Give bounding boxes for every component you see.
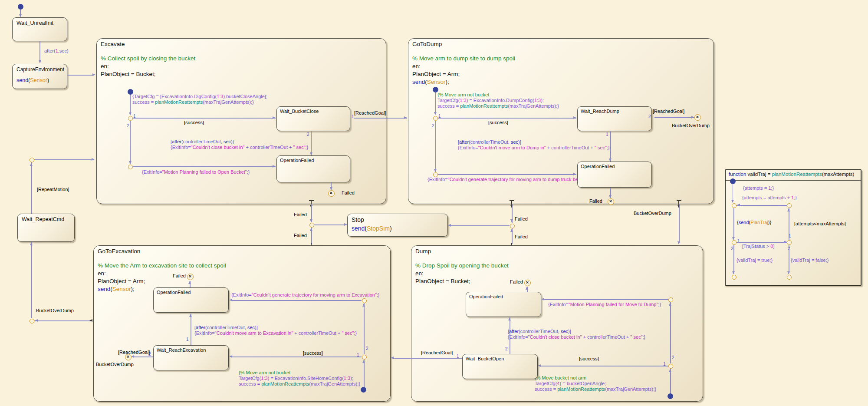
transition-label-excavate-planfail[interactable]: {ExitInfo="Motion Planning failed to Ope…: [142, 169, 250, 175]
transition-label-gte-init-2[interactable]: TargetCfg(1:3) = ExcavationInfo.SiteHome…: [239, 376, 353, 381]
junction-stop-right[interactable]: [510, 224, 515, 228]
transition-gte-j1-j2[interactable]: [364, 303, 365, 354]
transition-label-validtrue[interactable]: {validTraj = true;}: [736, 257, 773, 263]
transition-fn-validfalse[interactable]: [789, 245, 789, 272]
state-dump-operationfailed[interactable]: OperationFailed: [466, 292, 541, 317]
transition-label-gtd-init-1[interactable]: {% Move arm not bucket: [437, 92, 489, 98]
state-wait-unrealinit[interactable]: Wait_UnrealInit: [12, 17, 67, 41]
transition-success-waitbucketclose[interactable]: [133, 118, 276, 119]
initial-dot-dump[interactable]: [667, 393, 673, 399]
exit-port-failed-excavate[interactable]: ×: [328, 190, 335, 197]
transition-label-attemptslt[interactable]: [attempts<maxAttempts]: [794, 221, 846, 227]
transition-waitrepeat-junction[interactable]: [31, 162, 32, 214]
state-excavate-operationfailed[interactable]: OperationFailed: [276, 155, 350, 182]
junction-stop-left[interactable]: [309, 223, 314, 228]
transition-fn-attemptslt[interactable]: [789, 208, 789, 240]
transition-waitunreal-capture[interactable]: [39, 41, 40, 61]
junction-fn-c[interactable]: [732, 240, 736, 245]
initial-dot-top[interactable]: [18, 4, 23, 10]
transition-gtd-dump-bucketoverdump[interactable]: [679, 204, 680, 242]
transition-label-failed[interactable]: Failed: [294, 212, 307, 218]
transition-label-reachedgoal[interactable]: [ReachedGoal]: [354, 110, 386, 116]
transition-excavate-init[interactable]: [130, 95, 131, 114]
transition-label-failed[interactable]: Failed: [515, 216, 528, 222]
transition-label-send-plantraj[interactable]: {send(PlanTraj)}: [737, 220, 771, 225]
junction-fn-e[interactable]: [732, 275, 736, 280]
transition-success-waitreachdump[interactable]: [438, 118, 576, 119]
transition-label-bucketoverdump[interactable]: BucketOverDump: [634, 211, 671, 216]
transition-label-success[interactable]: [success]: [303, 350, 323, 356]
transition-label-excavate-init-2[interactable]: success = planMotionReattempts(maxTrajGe…: [132, 99, 254, 105]
transition-excavate-j1-j2[interactable]: [130, 121, 131, 164]
transition-label-gte-init-1[interactable]: {% Move arm not bucket: [239, 370, 290, 376]
transition-label-dump-init-1[interactable]: {% Move bucket not arm: [535, 375, 586, 381]
transition-gte-junction[interactable]: [34, 320, 92, 321]
transition-label-gtd-planfail[interactable]: {ExitInfo="Couldn't generate trajectory …: [427, 177, 585, 182]
transition-junction-stop-right[interactable]: [451, 225, 510, 226]
exit-port-bucketoverdump-gtd[interactable]: ×: [694, 114, 701, 121]
transition-label-dump-timeout-cond[interactable]: [after(controllerTimeOut, sec)]: [508, 329, 571, 334]
transition-label-dump-timeout-action[interactable]: {ExitInfo="Couldn't close bucket in" + c…: [508, 334, 645, 340]
transition-label-bucketoverdump-left[interactable]: BucketOverDump: [36, 308, 74, 314]
junction-gtd-2[interactable]: [433, 172, 438, 177]
transition-label-failed[interactable]: Failed: [294, 233, 307, 238]
initial-dot-gte[interactable]: [361, 387, 366, 393]
transition-fn-trajstatus[interactable]: [736, 242, 787, 243]
transition-fn-init[interactable]: [733, 184, 733, 201]
state-gtd-operationfailed[interactable]: OperationFailed: [577, 162, 652, 188]
transition-label-gte-timeout-cond[interactable]: [after(controllerTimeOut, sec)]: [194, 325, 258, 330]
transition-excavate-gotodump[interactable]: [354, 118, 407, 119]
transition-label-gtd-timeout-cond[interactable]: [after(controllerTimeOut, sec)]: [458, 139, 521, 145]
junction-dump-1[interactable]: [668, 364, 673, 369]
transition-timeout-opfailed-gtd[interactable]: [610, 131, 611, 162]
transition-label-attempts1[interactable]: {attempts = 1;}: [743, 185, 774, 191]
transition-label-gtd-init-3[interactable]: success = planMotionReattempts(maxTrajGe…: [437, 103, 559, 109]
transition-gtd-init[interactable]: [435, 92, 436, 113]
transition-label-gte-init-3[interactable]: success = planMotionReattempts(maxTrajGe…: [239, 381, 360, 387]
transition-capture-excavate[interactable]: [67, 75, 93, 76]
transition-label-attempts-inc[interactable]: {attempts = attempts + 1;}: [742, 195, 797, 201]
state-wait-bucketopen[interactable]: Wait_BucketOpen: [462, 354, 538, 379]
junction-fn-b[interactable]: [787, 203, 792, 208]
transition-label-excavate-timeout-cond[interactable]: [after(controllerTimeOut, sec)]: [171, 139, 234, 145]
transition-fn-retry[interactable]: [736, 205, 787, 206]
state-wait-bucketclose[interactable]: Wait_BucketClose: [276, 106, 350, 131]
exit-port-failed-dump[interactable]: ×: [524, 280, 531, 286]
transition-label-gte-planfail[interactable]: {ExitInfo="Couldn't generate trajectory …: [231, 292, 380, 298]
transition-junction-stop[interactable]: [314, 224, 344, 225]
transition-label-gte-timeout-action[interactable]: {ExitInfo="Couldn't move arm to Excavati…: [194, 330, 357, 336]
transition-gte-init[interactable]: [364, 360, 365, 387]
transition-label-gtd-timeout-action[interactable]: {ExitInfo="Couldn't move arm to Dump in"…: [458, 145, 610, 151]
junction-gte-2[interactable]: [362, 298, 367, 303]
transition-dump-j1-j2[interactable]: [670, 302, 671, 363]
transition-label-validfalse[interactable]: {validTraj = false;}: [791, 257, 829, 263]
state-stop[interactable]: Stop send(StopSim): [347, 214, 448, 237]
transition-planfail-opfailed-gtd[interactable]: [438, 174, 576, 175]
transition-label-success[interactable]: [success]: [488, 120, 508, 125]
transition-fn-sendplan[interactable]: [733, 208, 734, 238]
transition-repeat-excavate[interactable]: [34, 159, 93, 160]
exit-port-failed-gtd[interactable]: ×: [608, 198, 614, 205]
junction-excavate-2[interactable]: [128, 165, 133, 169]
state-gte-operationfailed[interactable]: OperationFailed: [153, 287, 229, 313]
transition-label-reachedgoal[interactable]: [ReachedGoal]: [653, 109, 684, 114]
transition-label-dump-init-3[interactable]: success = planMotionReattempts(maxTrajGe…: [535, 386, 656, 392]
junction-fn-a[interactable]: [732, 203, 736, 208]
transition-dump-init[interactable]: [670, 369, 671, 394]
transition-label-reachedgoal[interactable]: [ReachedGoal]: [421, 350, 453, 356]
junction-fn-d[interactable]: [787, 240, 792, 245]
junction-gtd-1[interactable]: [433, 116, 438, 121]
transition-reachexc-exit[interactable]: [134, 356, 153, 357]
transition-label-dump-planfail[interactable]: {ExitInfo="Motion Planning failed for Mo…: [548, 302, 661, 307]
transition-label-after-1-sec[interactable]: after(1,sec): [44, 48, 69, 54]
initial-dot-function[interactable]: [730, 178, 736, 184]
junction-excavate-1[interactable]: [128, 116, 133, 121]
transition-planfail-opfailed-dump[interactable]: [544, 299, 668, 300]
transition-timeout-opfailed-gte[interactable]: [191, 314, 191, 345]
state-capture-environment[interactable]: CaptureEnvironment send(Sensor): [12, 64, 67, 89]
junction-gte-1[interactable]: [362, 355, 367, 360]
transition-success-waitbucketopen[interactable]: [541, 366, 668, 366]
transition-fn-validtrue[interactable]: [733, 245, 734, 272]
transition-planfail-opfailed[interactable]: [133, 166, 276, 167]
transition-label-excavate-init-1[interactable]: {TargetCfg = [ExcavationInfo.DigConfig(1…: [132, 94, 267, 99]
